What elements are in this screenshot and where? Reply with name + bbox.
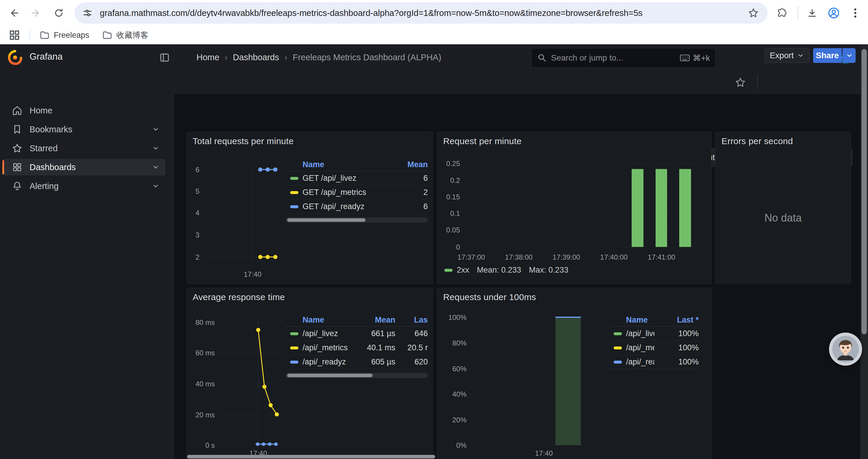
chevron-down-icon[interactable] bbox=[152, 144, 159, 152]
sidebar-item-alerting[interactable]: Alerting bbox=[2, 178, 165, 194]
legend-column-last[interactable]: Last * bbox=[654, 316, 699, 325]
toolbar-divider bbox=[757, 74, 758, 90]
dashboard-toolbar bbox=[174, 71, 868, 94]
svg-text:20 ms: 20 ms bbox=[195, 411, 215, 419]
svg-text:0: 0 bbox=[456, 243, 460, 251]
export-button[interactable]: Export bbox=[765, 48, 809, 63]
series-name: /api/_livez bbox=[626, 329, 654, 338]
bookmark-folder-blogs[interactable]: 收藏博客 bbox=[97, 28, 153, 42]
extensions-icon[interactable] bbox=[777, 8, 787, 18]
page-scrollbar-thumb[interactable] bbox=[862, 49, 867, 334]
back-icon[interactable] bbox=[9, 8, 19, 18]
downloads-icon[interactable] bbox=[807, 8, 817, 18]
svg-text:3: 3 bbox=[195, 231, 199, 239]
legend-column-name[interactable]: Name bbox=[303, 316, 351, 325]
legend-row[interactable]: GET /api/_livez6 bbox=[285, 171, 428, 186]
chevron-down-icon[interactable] bbox=[152, 182, 159, 190]
bookmark-star-icon[interactable] bbox=[748, 8, 759, 18]
grafana-app: Grafana Home › Dashboards › Freeleaps Me… bbox=[0, 44, 868, 459]
series-value: 2 bbox=[392, 188, 428, 197]
series-name: /api/_livez bbox=[303, 329, 351, 338]
series-name: /api/_metrics bbox=[303, 343, 351, 352]
apps-grid-icon[interactable] bbox=[9, 30, 20, 41]
reload-icon[interactable] bbox=[54, 8, 64, 18]
series-value: 100% bbox=[654, 343, 699, 352]
legend-row[interactable]: /api/_metrics100% bbox=[609, 341, 699, 355]
series-value: 6 bbox=[392, 174, 428, 183]
legend-scrollbar[interactable] bbox=[285, 373, 428, 378]
dashboards-grid-icon bbox=[12, 162, 23, 172]
legend-line[interactable]: 2xx Mean: 0.233 Max: 0.233 bbox=[444, 266, 568, 275]
browser-menu-icon[interactable] bbox=[850, 7, 860, 19]
star-icon bbox=[12, 143, 23, 154]
legend-column-name[interactable]: Name bbox=[303, 160, 392, 169]
site-settings-icon[interactable] bbox=[82, 8, 93, 18]
legend-scrollbar-thumb[interactable] bbox=[287, 374, 373, 377]
series-name: 2xx bbox=[457, 266, 469, 275]
legend-header: NameLast * bbox=[609, 314, 699, 327]
legend-scrollbar-thumb[interactable] bbox=[287, 218, 366, 222]
svg-text:6: 6 bbox=[195, 166, 199, 174]
svg-text:0.15: 0.15 bbox=[446, 193, 460, 201]
svg-text:20%: 20% bbox=[452, 416, 466, 424]
chevron-down-icon[interactable] bbox=[152, 126, 159, 133]
share-menu-button[interactable] bbox=[842, 48, 856, 63]
sidebar-item-home[interactable]: Home bbox=[2, 102, 165, 119]
sidebar-item-bookmarks[interactable]: Bookmarks bbox=[2, 121, 165, 138]
svg-text:17:41:00: 17:41:00 bbox=[648, 253, 675, 261]
breadcrumb-dashboards[interactable]: Dashboards bbox=[233, 53, 279, 62]
panel-title[interactable]: Errors per second bbox=[721, 136, 793, 146]
legend-row[interactable]: /api/_livez100% bbox=[609, 327, 699, 341]
grafana-logo-icon[interactable] bbox=[7, 50, 23, 66]
legend-scrollbar[interactable] bbox=[285, 218, 428, 223]
svg-text:4: 4 bbox=[195, 209, 199, 217]
sidebar-toggle-icon[interactable] bbox=[159, 52, 170, 63]
folder-icon bbox=[102, 30, 112, 40]
svg-text:17:40: 17:40 bbox=[535, 449, 553, 457]
forward-icon[interactable] bbox=[31, 8, 41, 18]
legend-row[interactable]: /api/_livez661 µs646 bbox=[285, 327, 428, 341]
svg-text:0%: 0% bbox=[456, 441, 466, 449]
sidebar-item-label: Dashboards bbox=[30, 162, 75, 172]
bookmark-folder-freeleaps[interactable]: Freeleaps bbox=[35, 28, 94, 42]
legend-column-name[interactable]: Name bbox=[626, 316, 654, 325]
bell-icon bbox=[12, 181, 23, 191]
horizontal-scrollbar[interactable] bbox=[187, 455, 435, 458]
url-bar[interactable]: grafana.mathmast.com/d/deytv4rwavabkb/fr… bbox=[74, 2, 768, 24]
series-name: /api/_readyz bbox=[303, 357, 351, 366]
legend-row[interactable]: /api/_metrics40.1 ms20.5 r bbox=[285, 341, 428, 355]
chevron-down-icon[interactable] bbox=[152, 163, 159, 171]
svg-text:17:39:00: 17:39:00 bbox=[553, 253, 580, 261]
sidebar-item-label: Starred bbox=[30, 143, 58, 153]
chevron-down-icon bbox=[846, 52, 853, 59]
request-per-minute-chart[interactable]: 0.250.20.150.10.05017:37:0017:38:0017:39… bbox=[437, 132, 711, 284]
svg-text:17:38:00: 17:38:00 bbox=[505, 253, 532, 261]
series-swatch bbox=[614, 347, 622, 350]
brand-name: Grafana bbox=[30, 52, 63, 62]
legend-row[interactable]: /api/_readyz100% bbox=[609, 355, 699, 369]
svg-text:0.25: 0.25 bbox=[446, 160, 460, 167]
assistant-avatar[interactable] bbox=[829, 333, 862, 366]
legend-row[interactable]: GET /api/_metrics2 bbox=[285, 186, 428, 200]
favorite-star-icon[interactable] bbox=[735, 77, 746, 88]
legend-row[interactable]: GET /api/_readyz6 bbox=[285, 200, 428, 214]
series-swatch bbox=[290, 361, 299, 364]
profile-icon[interactable] bbox=[828, 7, 840, 19]
svg-text:60 ms: 60 ms bbox=[195, 349, 215, 357]
sidebar-item-dashboards[interactable]: Dashboards bbox=[2, 159, 165, 175]
legend-column-mean[interactable]: Mean bbox=[351, 316, 395, 325]
legend-column-las[interactable]: Las bbox=[395, 316, 428, 325]
panel-request-per-minute: Request per minute 0.250.20.150.10.05017… bbox=[437, 132, 711, 284]
bookmark-label: 收藏博客 bbox=[116, 30, 148, 40]
search-input[interactable]: Search or jump to... ⌘+k bbox=[531, 48, 716, 68]
sidebar-item-starred[interactable]: Starred bbox=[2, 140, 165, 157]
legend-column-mean[interactable]: Mean bbox=[392, 160, 428, 169]
legend-table: NameMeanLas/api/_livez661 µs646/api/_met… bbox=[285, 314, 428, 378]
share-button[interactable]: Share bbox=[813, 48, 842, 63]
legend-row[interactable]: /api/_readyz605 µs620 bbox=[285, 355, 428, 369]
svg-text:5: 5 bbox=[195, 187, 199, 195]
legend-table: NameLast */api/_livez100%/api/_metrics10… bbox=[609, 314, 699, 369]
breadcrumb-home[interactable]: Home bbox=[196, 53, 219, 62]
svg-text:0 s: 0 s bbox=[205, 441, 215, 449]
breadcrumb-separator: › bbox=[219, 52, 233, 62]
